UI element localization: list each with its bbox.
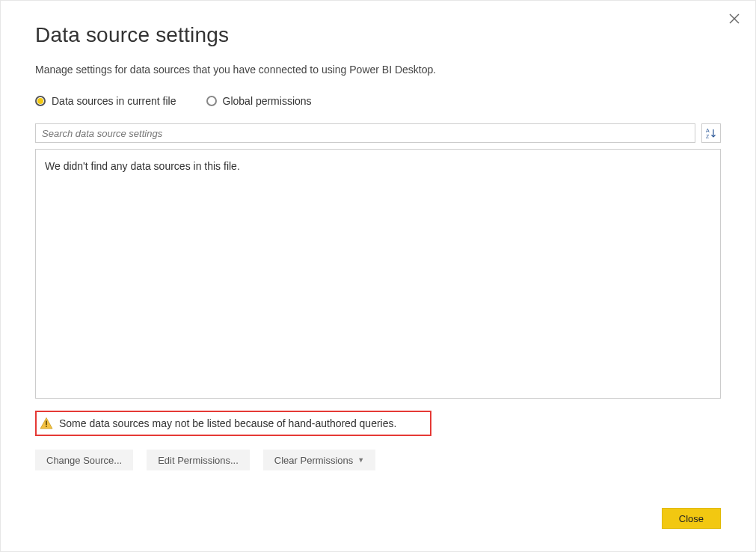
sort-button[interactable]: A Z [701,123,721,143]
page-subtitle: Manage settings for data sources that yo… [35,64,721,76]
search-row: A Z [35,123,721,143]
page-title: Data source settings [35,23,721,47]
chevron-down-icon: ▼ [357,456,364,464]
close-icon[interactable] [728,13,742,26]
warning-icon [40,417,53,430]
radio-label-global-permissions: Global permissions [223,95,312,107]
notice-text: Some data sources may not be listed beca… [59,417,396,429]
radio-current-file[interactable]: Data sources in current file [35,95,176,107]
radio-label-current-file: Data sources in current file [52,95,176,107]
data-source-settings-dialog: Data source settings Manage settings for… [1,1,755,551]
close-button[interactable]: Close [662,508,721,529]
radio-global-permissions[interactable]: Global permissions [206,95,312,107]
clear-permissions-label: Clear Permissions [274,455,353,466]
action-buttons-row: Change Source... Edit Permissions... Cle… [35,450,721,470]
svg-rect-6 [46,421,47,426]
radio-indicator [206,96,217,106]
empty-list-message: We didn't find any data sources in this … [45,160,240,172]
hand-authored-notice: Some data sources may not be listed beca… [35,411,431,436]
edit-permissions-button[interactable]: Edit Permissions... [147,450,250,470]
search-input[interactable] [35,123,695,143]
svg-text:A: A [706,128,710,133]
svg-rect-7 [46,426,47,427]
close-button-label: Close [679,513,704,524]
change-source-button[interactable]: Change Source... [35,450,133,470]
scope-radio-group: Data sources in current file Global perm… [35,95,721,107]
dialog-footer: Close [662,508,721,529]
edit-permissions-label: Edit Permissions... [158,455,239,466]
data-sources-list: We didn't find any data sources in this … [35,149,721,399]
radio-indicator-selected [35,96,46,106]
svg-text:Z: Z [706,134,710,139]
clear-permissions-button[interactable]: Clear Permissions ▼ [263,450,375,470]
change-source-label: Change Source... [46,455,122,466]
